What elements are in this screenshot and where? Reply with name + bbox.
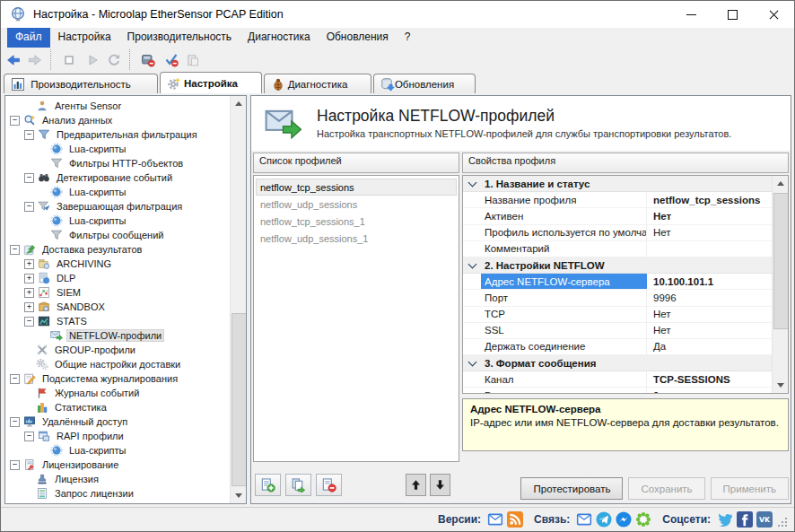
tree-expander[interactable]: −: [10, 460, 20, 470]
tree-expander[interactable]: +: [24, 302, 34, 312]
property-value[interactable]: netflow_tcp_sessions: [647, 192, 773, 207]
property-value[interactable]: 10.100.101.1: [647, 274, 773, 289]
tree-expander[interactable]: −: [24, 317, 34, 327]
tree-item[interactable]: Lua-скрипты: [5, 443, 231, 458]
tree-expander[interactable]: −: [24, 173, 34, 183]
property-row[interactable]: Профиль используется по умолчанию Нет: [463, 225, 773, 241]
scroll-down-icon[interactable]: [773, 378, 788, 393]
scroll-down-icon[interactable]: [231, 488, 246, 503]
property-row[interactable]: Адрес NETFLOW-сервера 10.100.101.1: [463, 274, 773, 290]
property-row[interactable]: Название профиля netflow_tcp_sessions: [463, 192, 773, 208]
save-button[interactable]: Сохранить: [628, 477, 704, 500]
profile-move-button[interactable]: [406, 474, 426, 496]
tree-expander[interactable]: −: [24, 202, 34, 212]
profile-list-item[interactable]: netflow_tcp_sessions: [256, 179, 457, 196]
toolbar-button[interactable]: [103, 49, 125, 70]
property-value[interactable]: Нет: [647, 323, 773, 338]
icq-icon[interactable]: [635, 511, 651, 528]
tree-expander[interactable]: −: [10, 116, 20, 126]
minimize-button[interactable]: [670, 1, 712, 28]
tree-item[interactable]: Фильтры HTTP-объектов: [5, 156, 231, 170]
property-row[interactable]: Порт 9996: [463, 290, 773, 306]
property-row[interactable]: Комментарий: [463, 241, 773, 257]
tree-item[interactable]: Агенты Sensor: [5, 99, 231, 113]
close-button[interactable]: [753, 1, 794, 28]
twitter-icon[interactable]: [717, 511, 733, 528]
tree-expander[interactable]: +: [24, 274, 34, 283]
resize-grip[interactable]: [778, 518, 789, 528]
tree-item[interactable]: NETFLOW-профили: [5, 328, 231, 343]
toolbar-button[interactable]: [129, 49, 161, 70]
vk-icon[interactable]: [756, 511, 773, 528]
toolbar-button[interactable]: [182, 49, 204, 70]
toolbar-button[interactable]: [3, 49, 24, 70]
tree-scrollbar[interactable]: [230, 96, 246, 503]
tree-item[interactable]: Запрос лицензии: [5, 486, 231, 501]
tree-expander[interactable]: −: [10, 245, 20, 255]
tree-item[interactable]: − RAPI профили: [5, 429, 231, 443]
toolbar-button[interactable]: [161, 49, 182, 70]
tab[interactable]: Обновления: [373, 74, 476, 93]
property-row[interactable]: 1. Название и статус: [463, 176, 773, 192]
property-row[interactable]: SSL Нет: [463, 323, 773, 339]
property-value[interactable]: [608, 257, 773, 273]
tree-item[interactable]: − STATS: [5, 314, 231, 328]
tree-item[interactable]: Общие настройки доставки: [5, 357, 231, 371]
mail-icon[interactable]: [576, 511, 592, 528]
property-value[interactable]: Нет: [647, 208, 773, 223]
tree-expander[interactable]: +: [10, 503, 20, 504]
tree-expander[interactable]: +: [24, 288, 34, 298]
property-row[interactable]: TCP Нет: [463, 307, 773, 323]
property-value[interactable]: [647, 241, 773, 257]
property-value[interactable]: [593, 176, 773, 191]
tree-item[interactable]: Статистика: [5, 400, 231, 414]
tree-expander[interactable]: −: [24, 130, 34, 140]
tree-item[interactable]: Журналы событий: [5, 386, 231, 400]
tree-item[interactable]: − Детектирование событий: [5, 170, 231, 185]
property-value[interactable]: 9996: [647, 290, 773, 305]
tree-item[interactable]: Lua-скрипты: [5, 185, 231, 199]
scroll-up-icon[interactable]: [231, 96, 246, 111]
property-grid-scrollbar[interactable]: [772, 176, 788, 393]
menu-item[interactable]: Обновления: [319, 28, 397, 48]
property-value[interactable]: Да: [647, 339, 773, 354]
messenger-icon[interactable]: [616, 511, 632, 528]
profile-action-button[interactable]: [285, 474, 311, 496]
mail-icon[interactable]: [487, 511, 503, 528]
menu-item[interactable]: Производительность: [119, 28, 240, 48]
tree-item[interactable]: + Прослушивание: [5, 501, 231, 503]
tree-item[interactable]: + ARCHIVING: [5, 257, 231, 271]
profile-move-button[interactable]: [430, 474, 450, 496]
profile-action-button[interactable]: [255, 474, 281, 496]
tree-expander[interactable]: −: [10, 374, 20, 384]
property-row[interactable]: Держать соединение Да: [463, 339, 773, 355]
property-value[interactable]: TCP-SESSIONS: [647, 371, 773, 387]
menu-item[interactable]: ?: [397, 28, 419, 48]
maximize-button[interactable]: [712, 1, 753, 28]
property-value[interactable]: [599, 355, 773, 371]
property-value[interactable]: Нет: [647, 225, 773, 240]
tree-item[interactable]: + SIEM: [5, 285, 231, 300]
property-row[interactable]: Версия 9: [463, 388, 773, 393]
tree-item[interactable]: + DLP: [5, 271, 231, 285]
menu-item[interactable]: Диагностика: [240, 28, 319, 48]
property-row[interactable]: Активен Нет: [463, 208, 773, 224]
tree-item[interactable]: Lua-скрипты: [5, 142, 231, 156]
tree-item[interactable]: GROUP-профили: [5, 343, 231, 357]
tree-item[interactable]: − Подсистема журналирования: [5, 371, 231, 386]
apply-button[interactable]: Применить: [711, 477, 789, 500]
tree-item[interactable]: − Лицензирование: [5, 458, 231, 472]
tree-item[interactable]: Фильтры сообщений: [5, 228, 231, 242]
tree-expander[interactable]: −: [24, 432, 34, 441]
scrollbar-thumb[interactable]: [232, 313, 247, 486]
rss-icon[interactable]: [507, 511, 523, 528]
profile-list-item[interactable]: netflow_tcp_sessions_1: [256, 213, 457, 230]
facebook-icon[interactable]: [737, 511, 753, 528]
tree-item[interactable]: − Анализ данных: [5, 113, 231, 127]
tab[interactable]: Настройка: [160, 72, 262, 93]
scrollbar-thumb[interactable]: [773, 193, 789, 329]
property-row[interactable]: 2. Настройки NETFLOW: [463, 257, 773, 274]
property-value[interactable]: 9: [647, 388, 773, 393]
toolbar-button[interactable]: [24, 49, 46, 70]
toolbar-button[interactable]: [50, 49, 82, 70]
